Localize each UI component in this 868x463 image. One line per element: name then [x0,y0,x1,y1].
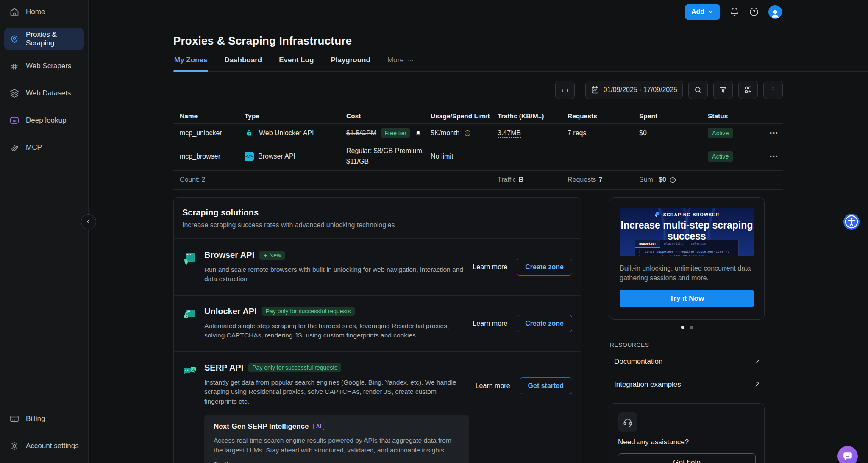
col-header-traffic[interactable]: Traffic (KB/M..) [498,112,568,120]
bell-icon [729,7,740,17]
tabbar: My Zones Dashboard Event Log Playground … [173,54,868,72]
learn-more-link[interactable]: Learn more [473,320,507,327]
sidebar-item-label: Home [26,8,45,16]
row-menu-button[interactable]: ••• [770,130,783,137]
sun-burst-icon[interactable] [415,129,422,137]
promo-heading: Increase multi-step scraping success [620,220,754,242]
serp-api-solution-icon [182,364,198,379]
pause-circle-icon[interactable] [464,129,471,137]
table-row[interactable]: mcp_browser </> Browser API Regular: $8/… [173,142,783,170]
sidebar-collapse-button[interactable] [81,214,96,229]
promo-code-window: puppeteer playwright selenium 1const pup… [635,240,739,256]
headset-icon [618,412,637,432]
external-link-icon [754,358,761,365]
table-count: Count: 2 [173,176,245,184]
col-header-cost[interactable]: Cost [346,112,431,120]
tab-dashboard[interactable]: Dashboard [223,54,263,71]
status-badge: Active [708,128,733,138]
notifications-button[interactable] [729,7,740,17]
try-it-now-link[interactable]: Try it now [214,461,459,463]
solution-title: Unlocker API [204,307,257,316]
col-header-requests[interactable]: Requests [568,112,639,120]
right-aside: SCRAPING BROWSER Increase multi-step scr… [609,197,765,463]
user-avatar[interactable] [768,5,782,19]
resource-link-integration-examples[interactable]: Integration examples [609,375,765,394]
col-header-type[interactable]: Type [245,112,346,120]
chart-view-button[interactable] [555,81,575,99]
sidebar-item-billing[interactable]: Billing [4,408,84,430]
zone-usage-limit: 5K/month [431,129,459,137]
sidebar: Home Proxies & Scraping Web Scrapers Web… [0,0,89,463]
add-button-label: Add [691,8,704,16]
code-tab-playwright: playwright [660,240,687,248]
accessibility-button[interactable] [843,214,860,230]
browser-api-solution-icon [182,251,198,266]
layers-icon [9,88,19,98]
filter-funnel-icon [719,86,727,94]
search-button[interactable] [688,81,708,99]
sparkle-icon: ✦ [263,253,267,259]
carousel-dots [609,326,765,329]
sidebar-item-home[interactable]: Home [4,1,84,23]
bar-chart-icon [561,86,569,94]
sidebar-item-web-scrapers[interactable]: Web Scrapers [4,55,84,77]
sidebar-item-mcp[interactable]: MCP [4,137,84,159]
pay-success-badge: Pay only for successful requests [262,307,355,316]
resource-link-documentation[interactable]: Documentation [609,352,765,371]
zone-traffic[interactable]: 3.47MB [498,129,521,138]
try-it-now-button[interactable]: Try it Now [620,290,754,307]
solution-browser-api: Browser API ✦New Run and scale remote br… [174,239,581,295]
solutions-title: Scraping solutions [182,208,572,218]
tab-playground[interactable]: Playground [330,54,371,71]
solution-serp-api: SERP API Pay only for successful request… [174,351,581,463]
table-row[interactable]: mcp_unlocker Web Unlocker API $1.5/CPM F… [173,123,783,142]
learn-more-link[interactable]: Learn more [473,263,507,271]
row-menu-button[interactable]: ••• [770,153,783,160]
zone-usage-limit: No limit [431,153,498,160]
scraping-browser-promo-card: SCRAPING BROWSER Increase multi-step scr… [609,197,765,320]
date-range-button[interactable]: 01/09/2025 - 17/09/2025 [585,81,683,99]
calendar-icon [591,86,599,94]
unlock-icon [245,128,255,138]
chat-button[interactable] [837,446,858,463]
next-gen-serp-box: Next-Gen SERP Intelligence AI Access rea… [204,415,469,463]
sidebar-item-web-datasets[interactable]: Web Datasets [4,82,84,104]
get-started-button[interactable]: Get started [520,377,572,394]
ai-badge-icon: AI [9,115,19,126]
table-header-row: Name Type Cost Usage/Spend Limit Traffic… [173,109,783,123]
footer-sum: Sum$0 ? [639,176,708,184]
get-help-button[interactable]: Get help [618,453,756,463]
page-title: Proxies & Scraping Infrastructure [173,34,352,47]
zone-requests: 7 reqs [568,129,639,137]
sidebar-item-label: Web Datasets [26,89,71,98]
pay-success-badge: Pay only for successful requests [248,363,341,372]
help-button[interactable] [749,7,759,17]
carousel-dot-2[interactable] [690,326,693,329]
columns-button[interactable] [738,81,758,99]
col-header-spent[interactable]: Spent [639,112,708,120]
sidebar-item-deep-lookup[interactable]: AI Deep lookup [4,109,84,131]
kebab-menu-icon [769,86,777,94]
filter-button[interactable] [713,81,733,99]
scribble-icon [9,142,19,153]
topbar: Add [685,4,782,20]
carousel-dot-1[interactable] [681,326,684,329]
tab-my-zones[interactable]: My Zones [173,54,208,71]
serp-box-description: Access real-time search engine results p… [214,436,459,455]
col-header-usage[interactable]: Usage/Spend Limit [431,112,498,120]
zone-name: mcp_unlocker [173,129,245,137]
ellipsis-icon [407,57,414,64]
col-header-status[interactable]: Status [708,112,770,120]
more-options-button[interactable] [763,81,783,99]
create-zone-button[interactable]: Create zone [517,315,572,332]
svg-text:?: ? [672,179,673,182]
add-button[interactable]: Add [685,4,720,20]
tab-more[interactable]: More [387,54,415,71]
learn-more-link[interactable]: Learn more [476,382,510,390]
sidebar-item-proxies-scraping[interactable]: Proxies & Scraping [4,28,84,50]
sidebar-item-account-settings[interactable]: Account settings [4,435,84,457]
solution-description: Automated single-step scraping for the h… [204,321,466,340]
create-zone-button[interactable]: Create zone [517,259,572,276]
tab-event-log[interactable]: Event Log [278,54,314,71]
col-header-name[interactable]: Name [173,112,245,120]
